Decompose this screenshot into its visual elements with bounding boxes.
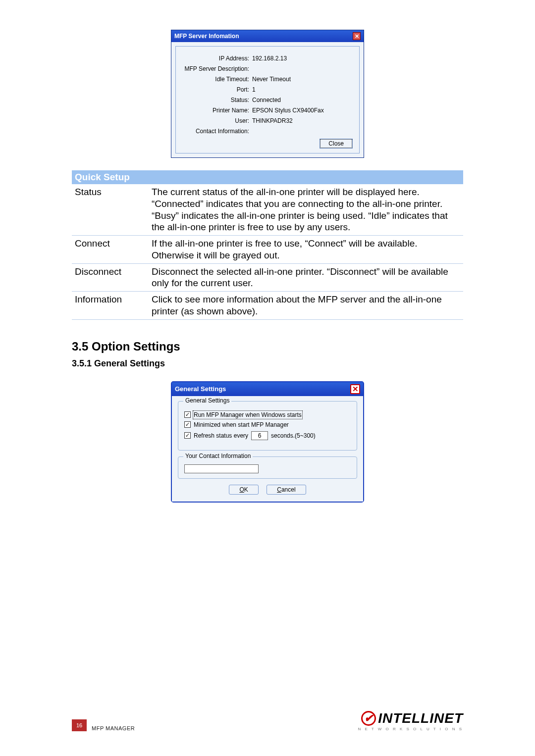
port-label: Port:	[183, 86, 252, 93]
gs-legend-general: General Settings	[183, 397, 231, 404]
qs-label: Disconnect	[72, 263, 149, 292]
port-value: 1	[252, 86, 352, 93]
cancel-button[interactable]: Cancel	[267, 485, 306, 495]
brand-logo: ✔ INTELLINET N E T W O R K S O L U T I O…	[358, 710, 463, 731]
user-label: User:	[183, 117, 252, 124]
brand-subtitle: N E T W O R K S O L U T I O N S	[358, 727, 463, 731]
heading-3-5: 3.5 Option Settings	[72, 340, 463, 353]
chk-label: Minimized when start MFP Manager	[194, 421, 289, 428]
chk-label: Run MFP Manager when Windows starts	[194, 411, 302, 418]
checkmark-icon: ✔	[361, 711, 376, 726]
footer-section: MFP MANAGER	[92, 725, 135, 731]
idle-value: Never Timeout	[252, 76, 352, 83]
qs-desc: Disconnect the selected all-in-one print…	[149, 263, 463, 292]
checkbox-refresh[interactable]: ✓	[184, 432, 191, 439]
status-label: Status:	[183, 97, 252, 103]
brand-name: INTELLINET	[378, 710, 463, 726]
gs-group-general: General Settings ✓ Run MFP Manager when …	[178, 401, 357, 451]
contact-info-input[interactable]	[184, 464, 259, 473]
desc-label: MFP Server Description:	[183, 65, 252, 72]
checkbox-run-on-start[interactable]: ✓	[184, 411, 191, 418]
printer-value: EPSON Stylus CX9400Fax	[252, 107, 352, 114]
qs-label: Connect	[72, 236, 149, 264]
gs-titlebar: General Settings ✕	[172, 382, 363, 396]
heading-3-5-1: 3.5.1 General Settings	[72, 358, 463, 369]
printer-label: Printer Name:	[183, 107, 252, 114]
idle-label: Idle Timeout:	[183, 76, 252, 83]
user-value: THINKPADR32	[252, 117, 352, 124]
contact-value	[252, 128, 352, 135]
gs-legend-contact: Your Contact Information	[183, 453, 253, 459]
ip-label: IP Address:	[183, 55, 252, 62]
table-row: StatusThe current status of the all-in-o…	[72, 184, 463, 236]
mfp-info-dialog: MFP Server Infomation ✕ IP Address:192.1…	[171, 30, 364, 158]
qs-desc: The current status of the all-in-one pri…	[149, 184, 463, 236]
table-row: ConnectIf the all-in-one printer is free…	[72, 236, 463, 264]
mfp-body: IP Address:192.168.2.13 MFP Server Descr…	[171, 42, 364, 157]
gs-title-text: General Settings	[175, 385, 226, 393]
qs-desc: If the all-in-one printer is free to use…	[149, 236, 463, 264]
close-icon[interactable]: ✕	[350, 384, 360, 394]
desc-value	[252, 65, 352, 72]
quick-setup-header: Quick Setup	[72, 170, 463, 184]
chk-label-pre: Refresh status every	[194, 432, 248, 439]
general-settings-dialog: General Settings ✕ General Settings ✓ Ru…	[171, 381, 364, 503]
close-button[interactable]: Close	[320, 139, 352, 148]
table-row: DisconnectDisconnect the selected all-in…	[72, 263, 463, 292]
page-footer: 16 MFP MANAGER ✔ INTELLINET N E T W O R …	[72, 710, 463, 731]
chk-label-post: seconds.(5~300)	[271, 432, 316, 439]
page-number: 16	[72, 719, 87, 731]
ok-button[interactable]: OK	[229, 485, 258, 495]
gs-group-contact: Your Contact Information	[178, 456, 357, 479]
close-icon[interactable]: ✕	[353, 32, 361, 40]
qs-label: Information	[72, 292, 149, 320]
quick-setup-table: Quick Setup StatusThe current status of …	[72, 170, 463, 320]
refresh-seconds-input[interactable]	[251, 431, 268, 440]
mfp-title-text: MFP Server Infomation	[174, 33, 239, 40]
checkbox-minimized[interactable]: ✓	[184, 421, 191, 428]
table-row: InformationClick to see more information…	[72, 292, 463, 320]
contact-label: Contact Information:	[183, 128, 252, 135]
mfp-titlebar: MFP Server Infomation ✕	[171, 30, 364, 42]
qs-label: Status	[72, 184, 149, 236]
status-value: Connected	[252, 97, 352, 103]
qs-desc: Click to see more information about the …	[149, 292, 463, 320]
ip-value: 192.168.2.13	[252, 55, 352, 62]
